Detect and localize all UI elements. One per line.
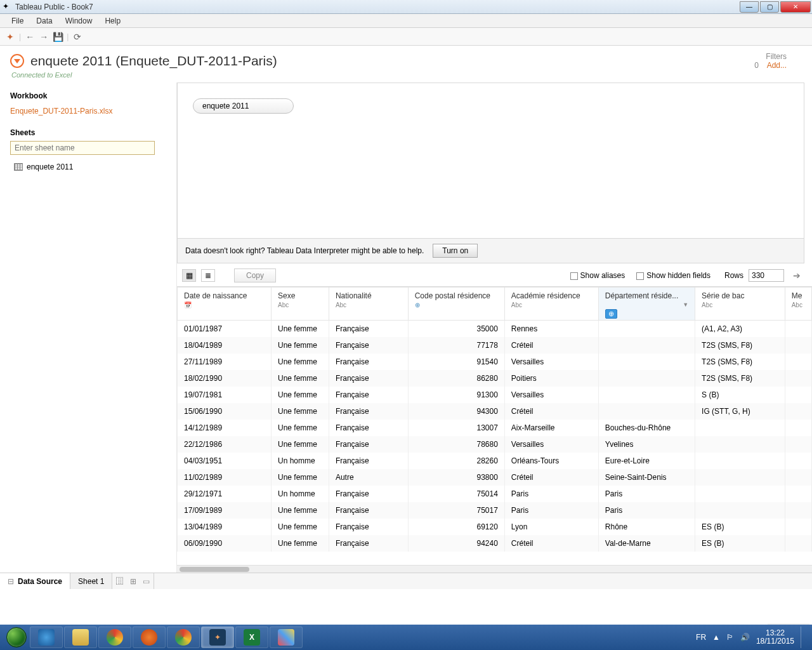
taskbar-chrome[interactable] [98, 627, 131, 648]
workbook-file-link[interactable]: Enquete_DUT-2011-Paris.xlsx [10, 104, 166, 124]
left-pane: Workbook Enquete_DUT-2011-Paris.xlsx She… [0, 83, 176, 573]
table-row[interactable]: 13/04/1989Une femmeFrançaise69120LyonRhô… [178, 519, 812, 535]
refresh-icon[interactable]: ⟳ [72, 32, 82, 42]
minimize-button[interactable]: — [740, 1, 759, 13]
show-hidden-checkbox[interactable]: Show hidden fields [636, 271, 710, 280]
grid-toolbar: ▦ ≣ Copy Show aliases Show hidden fields… [177, 263, 812, 286]
window-title: Tableau Public - Book7 [15, 3, 738, 11]
right-pane: enquete 2011 Data doesn't look right? Ta… [176, 83, 812, 573]
table-row[interactable]: 18/02/1990Une femmeFrançaise86280Poitier… [178, 370, 812, 387]
table-row[interactable]: 14/12/1989Une femmeFrançaise13007Aix-Mar… [178, 420, 812, 436]
interpreter-hint: Data doesn't look right? Tableau Data In… [177, 239, 804, 263]
toolbar: ✦ | ← → 💾 | ⟳ [0, 28, 812, 46]
new-story-icon[interactable]: ▭ [143, 577, 150, 586]
table-row[interactable]: 04/03/1951Un hommeFrançaise28260Orléans-… [178, 453, 812, 469]
sheet-search-input[interactable] [10, 141, 155, 155]
sheet-tabs: ⊟ Data Source Sheet 1 ⿲ ⊞ ▭ [0, 573, 812, 589]
windows-taskbar: ✦ X FR ▲ 🏳 🔊 13:2218/11/2015 [0, 625, 812, 650]
taskbar-ie[interactable] [30, 627, 63, 648]
rows-input[interactable] [749, 269, 784, 282]
globe-icon: ⊕ [415, 302, 420, 308]
table-row[interactable]: 19/07/1981Une femmeFrançaise91300Versail… [178, 387, 812, 403]
menu-window[interactable]: Window [59, 15, 99, 27]
clock[interactable]: 13:2218/11/2015 [756, 629, 794, 646]
menu-bar: File Data Window Help [0, 14, 812, 28]
table-row[interactable]: 27/11/1989Une femmeFrançaise91540Versail… [178, 354, 812, 370]
sheet-item-label: enquete 2011 [27, 162, 73, 171]
col-header-codepostal[interactable]: Code postal résidence⊕ [408, 288, 504, 321]
connection-status: Connected to Excel [0, 71, 812, 83]
table-row[interactable]: 17/09/1989Une femmeFrançaise75017ParisPa… [178, 502, 812, 519]
language-indicator[interactable]: FR [696, 633, 706, 642]
tableau-logo-icon[interactable]: ✦ [5, 32, 15, 42]
sheet-item-enquete[interactable]: enquete 2011 [10, 159, 166, 175]
table-row[interactable]: 18/04/1989Une femmeFrançaise77178Créteil… [178, 337, 812, 354]
new-dashboard-icon[interactable]: ⊞ [130, 577, 136, 586]
tray-flag-icon[interactable]: ▲ [712, 633, 720, 642]
tab-datasource[interactable]: ⊟ Data Source [0, 573, 70, 589]
col-header-sexe[interactable]: SexeAbc [271, 288, 329, 321]
save-icon[interactable]: 💾 [53, 32, 63, 42]
filters-add-link[interactable]: Add... [767, 61, 787, 70]
start-button[interactable] [4, 625, 29, 650]
hint-text: Data doesn't look right? Tableau Data In… [185, 246, 424, 255]
grid-view-icon[interactable]: ▦ [182, 269, 196, 282]
filters-label: Filters [754, 52, 787, 61]
rows-label: Rows [724, 271, 743, 280]
menu-data[interactable]: Data [30, 15, 58, 27]
table-icon [14, 163, 23, 171]
show-desktop-button[interactable] [801, 627, 806, 648]
col-header-me[interactable]: MeAbc [785, 288, 811, 321]
datasource-dropdown-icon[interactable] [10, 54, 24, 68]
globe-icon[interactable]: ⊕ [605, 309, 617, 319]
list-view-icon[interactable]: ≣ [201, 269, 215, 282]
table-row[interactable]: 11/02/1989Une femmeAutre93800CréteilSein… [178, 469, 812, 486]
table-row[interactable]: 01/01/1987Une femmeFrançaise35000Rennes(… [178, 321, 812, 338]
table-row[interactable]: 22/12/1986Une femmeFrançaise78680Versail… [178, 436, 812, 453]
tray-action-icon[interactable]: 🏳 [726, 633, 734, 642]
horizontal-scrollbar[interactable] [177, 565, 812, 573]
new-worksheet-icon[interactable]: ⿲ [116, 577, 124, 586]
filters-count: 0 [754, 61, 759, 70]
copy-button[interactable]: Copy [234, 269, 276, 282]
menu-help[interactable]: Help [98, 15, 127, 27]
table-row[interactable]: 15/06/1990Une femmeFrançaise94300Créteil… [178, 403, 812, 420]
taskbar-tableau[interactable]: ✦ [201, 627, 234, 648]
datasource-header: enquete 2011 (Enquete_DUT-2011-Paris) Fi… [0, 46, 812, 71]
calendar-icon: 📅 [184, 302, 192, 308]
system-tray: FR ▲ 🏳 🔊 13:2218/11/2015 [696, 627, 808, 648]
table-row[interactable]: 29/12/1971Un hommeFrançaise75014ParisPar… [178, 486, 812, 502]
taskbar-firefox[interactable] [133, 627, 166, 648]
forward-icon[interactable]: → [39, 32, 49, 42]
taskbar-paint[interactable] [270, 627, 303, 648]
close-button[interactable]: ✕ [780, 1, 811, 13]
tray-volume-icon[interactable]: 🔊 [740, 633, 750, 642]
tab-sheet1[interactable]: Sheet 1 [70, 573, 112, 589]
maximize-button[interactable]: ▢ [760, 1, 779, 13]
datasource-title[interactable]: enquete 2011 (Enquete_DUT-2011-Paris) [30, 53, 754, 69]
join-canvas[interactable]: enquete 2011 [177, 83, 804, 239]
taskbar-chrome2[interactable] [167, 627, 200, 648]
col-header-nationalite[interactable]: NationalitéAbc [329, 288, 408, 321]
rows-go-icon[interactable]: ➔ [789, 270, 804, 281]
app-icon: ✦ [3, 2, 13, 12]
taskbar-excel[interactable]: X [235, 627, 268, 648]
col-header-dob[interactable]: Date de naissance📅 [178, 288, 272, 321]
window-titlebar: ✦ Tableau Public - Book7 — ▢ ✕ [0, 0, 812, 14]
filters-block: Filters 0 Add... [754, 52, 802, 70]
back-icon[interactable]: ← [25, 32, 35, 42]
chevron-down-icon: ▼ [683, 302, 688, 308]
col-header-departement[interactable]: Département réside...▼⊕ [598, 288, 695, 321]
taskbar-explorer[interactable] [64, 627, 97, 648]
sheets-heading: Sheets [10, 128, 166, 137]
workbook-heading: Workbook [10, 91, 166, 100]
menu-file[interactable]: File [5, 15, 30, 27]
datasource-icon: ⊟ [8, 577, 14, 586]
turn-on-button[interactable]: Turn on [433, 244, 478, 258]
col-header-academie[interactable]: Académie résidenceAbc [504, 288, 598, 321]
table-pill[interactable]: enquete 2011 [193, 98, 294, 114]
show-aliases-checkbox[interactable]: Show aliases [570, 271, 625, 280]
table-row[interactable]: 06/09/1990Une femmeFrançaise94240Créteil… [178, 535, 812, 552]
data-grid: Date de naissance📅 SexeAbc NationalitéAb… [177, 286, 812, 565]
col-header-seriebac[interactable]: Série de bacAbc [695, 288, 785, 321]
